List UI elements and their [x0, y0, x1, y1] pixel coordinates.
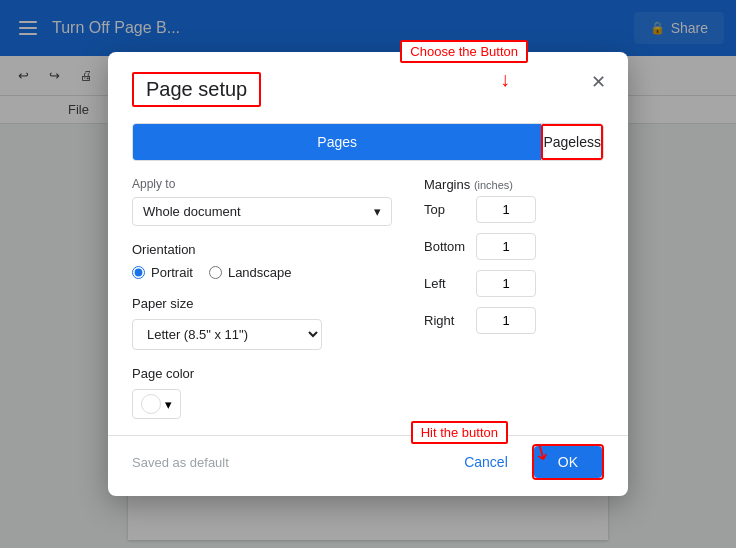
tabs-wrapper: Pages Pageless — [108, 107, 628, 161]
tab-pageless-box: Pageless — [541, 124, 603, 160]
dialog-header: Page setup ✕ Choose the Button ↓ — [108, 52, 628, 107]
page-setup-dialog: Page setup ✕ Choose the Button ↓ Pages P… — [108, 52, 628, 496]
annotation-hit: Hit the button — [411, 421, 508, 444]
paper-size-select[interactable]: Letter (8.5" x 11") — [132, 319, 322, 350]
color-dropdown-icon: ▾ — [165, 397, 172, 412]
bottom-margin-input[interactable]: 1 — [476, 233, 536, 260]
dialog-body: Apply to Whole document ▾ Orientation Po… — [108, 161, 628, 435]
footer-buttons: Cancel OK — [448, 444, 604, 480]
bottom-label: Bottom — [424, 239, 464, 254]
tabs-container: Pages Pageless — [132, 123, 604, 161]
tab-pageless[interactable]: Pageless — [543, 126, 601, 158]
right-margin-row: Right 1 — [424, 307, 604, 334]
left-margin-input[interactable]: 1 — [476, 270, 536, 297]
paper-size-label: Paper size — [132, 296, 392, 311]
portrait-option[interactable]: Portrait — [132, 265, 193, 280]
margins-title: Margins (inches) — [424, 177, 604, 192]
orientation-group: Portrait Landscape — [132, 265, 392, 280]
saved-default-text: Saved as default — [132, 455, 229, 470]
left-margin-row: Left 1 — [424, 270, 604, 297]
annotation-arrow-choose: ↓ — [500, 68, 510, 91]
margins-unit: (inches) — [474, 179, 513, 191]
top-label: Top — [424, 202, 464, 217]
right-margin-input[interactable]: 1 — [476, 307, 536, 334]
dialog-footer: Saved as default Hit the button ↘ Cancel… — [108, 435, 628, 496]
landscape-radio[interactable] — [209, 266, 222, 279]
bottom-margin-row: Bottom 1 — [424, 233, 604, 260]
page-color-label: Page color — [132, 366, 392, 381]
dropdown-icon: ▾ — [374, 204, 381, 219]
landscape-option[interactable]: Landscape — [209, 265, 292, 280]
page-color-button[interactable]: ▾ — [132, 389, 181, 419]
cancel-button[interactable]: Cancel — [448, 446, 524, 478]
top-margin-input[interactable]: 1 — [476, 196, 536, 223]
annotation-choose: Choose the Button — [400, 40, 528, 63]
left-column: Apply to Whole document ▾ Orientation Po… — [132, 177, 392, 419]
top-margin-row: Top 1 — [424, 196, 604, 223]
apply-to-select[interactable]: Whole document ▾ — [132, 197, 392, 226]
color-circle — [141, 394, 161, 414]
right-column: Margins (inches) Top 1 Bottom 1 Left 1 R… — [424, 177, 604, 419]
left-label: Left — [424, 276, 464, 291]
dialog-title-box: Page setup — [132, 72, 261, 107]
apply-to-label: Apply to — [132, 177, 392, 191]
portrait-radio[interactable] — [132, 266, 145, 279]
tab-pages[interactable]: Pages — [133, 124, 541, 160]
orientation-label: Orientation — [132, 242, 392, 257]
dialog-title: Page setup — [146, 78, 247, 100]
right-label: Right — [424, 313, 464, 328]
close-button[interactable]: ✕ — [584, 68, 612, 96]
